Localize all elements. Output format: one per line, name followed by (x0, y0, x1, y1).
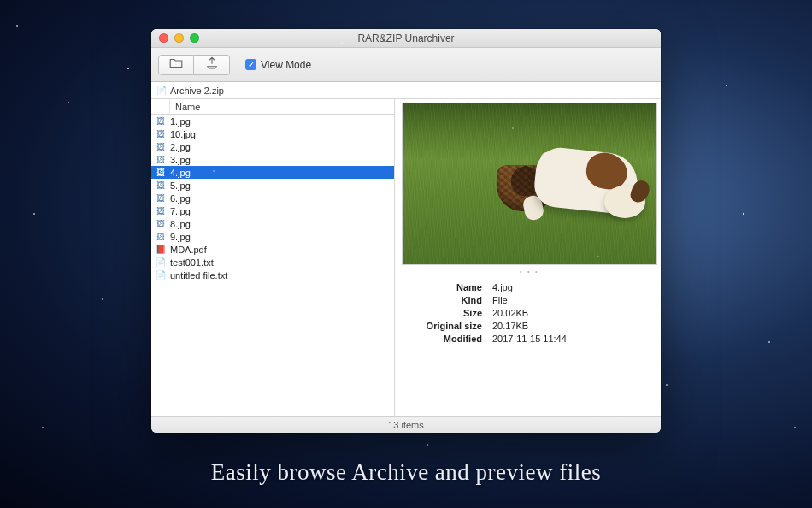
minimize-button[interactable] (174, 33, 184, 43)
file-name: MDA.pdf (170, 245, 207, 255)
file-row[interactable]: 🖼7.jpg (151, 204, 394, 217)
file-row[interactable]: 📄untitled file.txt (151, 269, 394, 281)
detail-value-kind: File (487, 293, 572, 306)
promo-caption: Easily browse Archive and preview files (0, 459, 812, 486)
file-row[interactable]: 🖼1.jpg (151, 115, 394, 127)
file-name: untitled file.txt (170, 270, 227, 281)
image-file-icon: 🖼 (155, 129, 167, 139)
file-row[interactable]: 🖼9.jpg (151, 230, 394, 243)
column-header-name[interactable]: Name (170, 99, 394, 114)
file-row[interactable]: 🖼3.jpg (151, 153, 394, 166)
file-name: test001.txt (170, 257, 214, 268)
toolbar: View Mode (151, 48, 661, 82)
image-file-icon: 🖼 (155, 193, 167, 203)
file-details: Name 4.jpg Kind File Size 20.02KB Origin… (400, 274, 659, 416)
detail-label-original-size: Original size (410, 319, 487, 332)
pdf-file-icon: 📕 (155, 245, 167, 254)
image-file-icon: 🖼 (155, 168, 167, 177)
detail-value-modified: 2017-11-15 11:44 (487, 332, 572, 345)
image-file-icon: 🖼 (155, 232, 167, 241)
breadcrumb[interactable]: 📄 Archive 2.zip (151, 82, 661, 99)
file-rows: 🖼1.jpg🖼10.jpg🖼2.jpg🖼3.jpg🖼4.jpg🖼5.jpg🖼6.… (151, 115, 394, 416)
extract-icon (204, 56, 220, 74)
status-bar: 13 items (151, 416, 661, 433)
extract-button[interactable] (194, 55, 230, 75)
image-file-icon: 🖼 (155, 116, 167, 126)
content-area: Name 🖼1.jpg🖼10.jpg🖼2.jpg🖼3.jpg🖼4.jpg🖼5.j… (151, 99, 661, 416)
detail-label-kind: Kind (410, 293, 487, 306)
image-file-icon: 🖼 (155, 155, 167, 164)
column-header-row: Name (151, 99, 394, 115)
text-file-icon: 📄 (155, 270, 167, 280)
file-name: 4.jpg (170, 168, 191, 178)
detail-value-name: 4.jpg (487, 281, 572, 293)
detail-value-size: 20.02KB (487, 306, 572, 319)
archive-icon: 📄 (156, 86, 167, 95)
file-name: 2.jpg (170, 142, 191, 152)
file-row[interactable]: 🖼6.jpg (151, 192, 394, 204)
file-name: 10.jpg (170, 129, 196, 139)
file-row[interactable]: 🖼8.jpg (151, 217, 394, 230)
open-button[interactable] (158, 55, 194, 75)
detail-value-original-size: 20.17KB (487, 319, 572, 332)
status-text: 13 items (388, 420, 424, 430)
preview-panel: • • • Name 4.jpg Kind File Size 20.02KB … (395, 99, 661, 416)
file-row[interactable]: 🖼4.jpg (151, 166, 394, 179)
checkbox-checked-icon (245, 59, 256, 70)
preview-image-frame (402, 103, 657, 265)
file-row[interactable]: 📕MDA.pdf (151, 243, 394, 256)
file-row[interactable]: 🖼2.jpg (151, 140, 394, 153)
file-name: 9.jpg (170, 232, 191, 242)
file-name: 8.jpg (170, 219, 191, 229)
image-file-icon: 🖼 (155, 180, 167, 190)
file-row[interactable]: 🖼10.jpg (151, 127, 394, 140)
window-title: RAR&ZIP Unarchiver (151, 32, 661, 44)
view-mode-label: View Mode (261, 59, 311, 71)
close-button[interactable] (159, 33, 168, 43)
view-mode-checkbox[interactable]: View Mode (245, 59, 311, 71)
detail-label-name: Name (410, 281, 487, 293)
file-name: 5.jpg (170, 180, 191, 191)
desktop-background: RAR&ZIP Unarchiver View Mode 📄 Archive 2… (0, 0, 812, 508)
text-file-icon: 📄 (155, 257, 167, 267)
file-name: 7.jpg (170, 206, 191, 216)
folder-icon (168, 56, 184, 74)
image-file-icon: 🖼 (155, 142, 167, 151)
detail-label-size: Size (410, 306, 487, 319)
file-name: 1.jpg (170, 116, 191, 127)
detail-label-modified: Modified (410, 332, 487, 345)
app-window: RAR&ZIP Unarchiver View Mode 📄 Archive 2… (151, 29, 661, 433)
file-row[interactable]: 🖼5.jpg (151, 179, 394, 192)
preview-image[interactable] (403, 103, 656, 264)
window-controls (151, 33, 199, 43)
column-header-icon[interactable] (151, 99, 170, 114)
breadcrumb-archive-name: Archive 2.zip (170, 86, 224, 96)
image-file-icon: 🖼 (155, 219, 167, 228)
image-file-icon: 🖼 (155, 206, 167, 216)
file-name: 6.jpg (170, 193, 191, 204)
titlebar[interactable]: RAR&ZIP Unarchiver (151, 29, 661, 48)
file-name: 3.jpg (170, 155, 191, 165)
file-row[interactable]: 📄test001.txt (151, 256, 394, 269)
file-list-panel: Name 🖼1.jpg🖼10.jpg🖼2.jpg🖼3.jpg🖼4.jpg🖼5.j… (151, 99, 395, 416)
zoom-button[interactable] (190, 33, 199, 43)
